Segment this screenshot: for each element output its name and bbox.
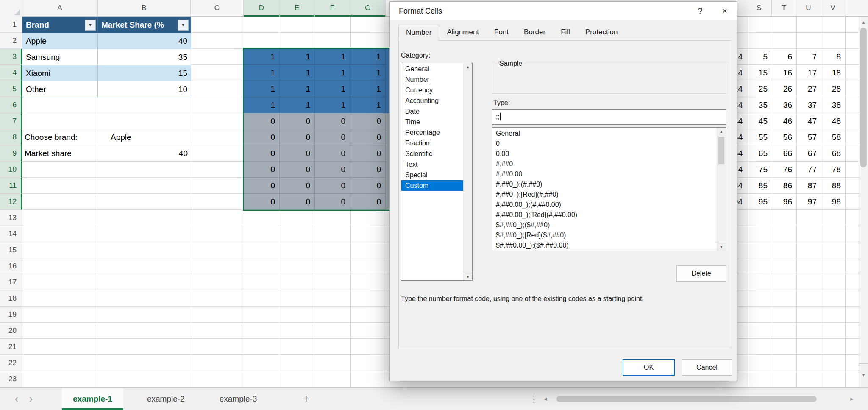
cell[interactable]: 0 — [315, 162, 350, 178]
cell[interactable]: 1 — [315, 65, 350, 81]
prev-sheet-button[interactable]: ‹ — [9, 393, 24, 405]
cell[interactable]: 0 — [315, 178, 350, 194]
cell[interactable]: 0 — [350, 194, 386, 210]
category-item[interactable]: Custom — [401, 180, 463, 191]
cell[interactable]: 77 — [796, 162, 821, 178]
share-cell[interactable]: 40 — [98, 33, 191, 49]
category-scrollbar[interactable]: ▲ ▼ — [463, 63, 472, 280]
cell[interactable]: 0 — [280, 194, 315, 210]
category-item[interactable]: Fraction — [401, 138, 463, 148]
cell[interactable]: 35 — [747, 97, 772, 113]
cell[interactable]: 0 — [244, 145, 280, 162]
cell[interactable]: 98 — [821, 194, 845, 210]
sheet-tab[interactable]: example-3 — [209, 388, 268, 410]
cell[interactable]: 0 — [350, 178, 386, 194]
cell[interactable]: 56 — [772, 129, 796, 145]
cell[interactable]: 1 — [280, 81, 315, 97]
scroll-right-icon[interactable]: ► — [848, 396, 856, 402]
scroll-down-icon[interactable]: ▼ — [859, 363, 868, 386]
dialog-tab[interactable]: Font — [487, 24, 516, 40]
row-header[interactable]: 4 — [0, 65, 22, 81]
row-header[interactable]: 2 — [0, 33, 22, 49]
row-header[interactable]: 14 — [0, 226, 22, 242]
scroll-up-icon[interactable]: ▲ — [464, 63, 472, 71]
horizontal-scroll-track[interactable] — [550, 396, 848, 402]
cell[interactable]: 0 — [280, 129, 315, 145]
scroll-up-icon[interactable]: ▲ — [859, 17, 868, 27]
cell[interactable]: 25 — [747, 81, 772, 97]
cell[interactable]: 38 — [821, 97, 845, 113]
cell[interactable]: 0 — [350, 113, 386, 129]
format-item[interactable]: #,##0.00 — [492, 169, 717, 179]
category-item[interactable]: Percentage — [401, 127, 463, 138]
cell[interactable]: 96 — [772, 194, 796, 210]
help-button[interactable]: ? — [688, 2, 712, 20]
cell[interactable]: 1 — [280, 49, 315, 65]
cell[interactable]: 57 — [796, 129, 821, 145]
format-item[interactable]: $#,##0_);[Red]($#,##0) — [492, 230, 717, 240]
sheet-tab[interactable]: example-1 — [62, 388, 123, 410]
format-item[interactable]: 0.00 — [492, 149, 717, 159]
category-item[interactable]: Time — [401, 117, 463, 127]
vertical-scrollbar[interactable]: ▲ ▼ — [859, 17, 868, 387]
cell[interactable]: 86 — [772, 178, 796, 194]
cell[interactable]: 17 — [796, 65, 821, 81]
cell[interactable]: 0 — [280, 162, 315, 178]
cell[interactable]: 0 — [280, 145, 315, 162]
cell[interactable]: 45 — [747, 113, 772, 129]
column-header[interactable]: T — [772, 0, 796, 17]
horizontal-scroll-thumb[interactable] — [556, 396, 817, 402]
horizontal-scrollbar[interactable]: ◄ ► — [541, 396, 856, 402]
row-header[interactable]: 10 — [0, 162, 22, 178]
cell[interactable]: 47 — [796, 113, 821, 129]
column-header[interactable]: C — [191, 0, 244, 17]
cell[interactable]: 1 — [280, 97, 315, 113]
select-all-corner[interactable] — [0, 0, 22, 17]
cell[interactable]: 1 — [350, 49, 386, 65]
cell[interactable]: 16 — [772, 65, 796, 81]
cell[interactable]: 1 — [280, 65, 315, 81]
cell[interactable]: 0 — [244, 194, 280, 210]
column-header[interactable]: D — [244, 0, 280, 17]
ok-button[interactable]: OK — [623, 359, 675, 376]
format-item[interactable]: #,##0_);[Red](#,##0) — [492, 190, 717, 200]
cell[interactable]: 78 — [821, 162, 845, 178]
row-header[interactable]: 18 — [0, 290, 22, 307]
dialog-tab[interactable]: Fill — [553, 24, 578, 40]
row-header[interactable]: 15 — [0, 242, 22, 258]
category-listbox[interactable]: GeneralNumberCurrencyAccountingDateTimeP… — [401, 63, 473, 281]
cell[interactable]: 0 — [315, 145, 350, 162]
row-header[interactable]: 23 — [0, 371, 22, 387]
cell[interactable]: 58 — [821, 129, 845, 145]
share-cell[interactable]: 15 — [98, 65, 191, 81]
column-header[interactable]: S — [747, 0, 772, 17]
column-header[interactable]: G — [350, 0, 386, 17]
market-share-value-cell[interactable]: 40 — [98, 145, 191, 162]
brand-cell[interactable]: Samsung — [22, 49, 98, 65]
cell[interactable]: 46 — [772, 113, 796, 129]
cell[interactable]: 0 — [315, 129, 350, 145]
cell[interactable]: 0 — [244, 162, 280, 178]
dialog-tab[interactable]: Protection — [578, 24, 626, 40]
brand-cell[interactable]: Apple — [22, 33, 98, 49]
cell[interactable]: 5 — [747, 49, 772, 65]
cell[interactable]: 55 — [747, 129, 772, 145]
cell[interactable]: 8 — [821, 49, 845, 65]
next-sheet-button[interactable]: › — [24, 393, 38, 405]
choose-brand-value-cell[interactable]: Apple — [111, 129, 131, 145]
category-item[interactable]: Date — [401, 106, 463, 117]
cell[interactable]: 0 — [244, 129, 280, 145]
cell[interactable]: 66 — [772, 145, 796, 162]
row-header[interactable]: 5 — [0, 81, 22, 97]
filter-button[interactable]: ▼ — [178, 20, 189, 31]
row-header[interactable]: 8 — [0, 129, 22, 145]
cell[interactable]: 1 — [315, 97, 350, 113]
cell[interactable]: 1 — [244, 65, 280, 81]
cell[interactable]: 1 — [244, 97, 280, 113]
cell[interactable]: 6 — [772, 49, 796, 65]
filter-button[interactable]: ▼ — [85, 20, 96, 31]
cell[interactable]: 76 — [772, 162, 796, 178]
share-header-cell[interactable]: Market Share (% ▼ — [98, 17, 191, 33]
row-header[interactable]: 7 — [0, 113, 22, 129]
scroll-thumb[interactable] — [718, 137, 724, 164]
